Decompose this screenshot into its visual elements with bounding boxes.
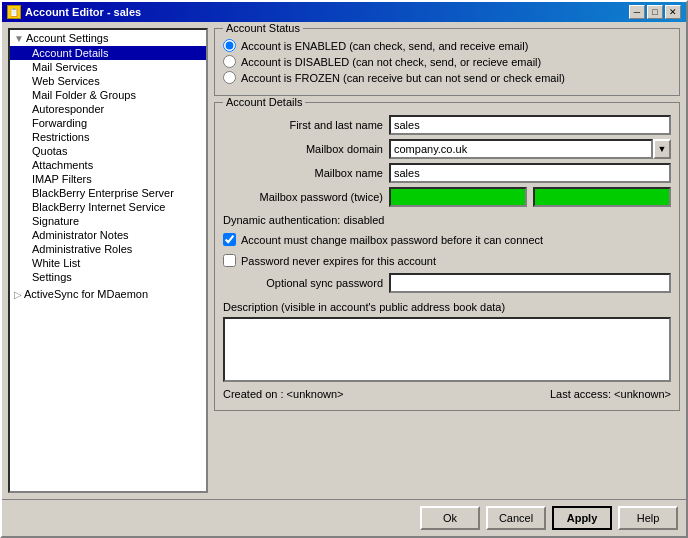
sidebar-item-forwarding[interactable]: Forwarding: [10, 116, 206, 130]
account-details-title: Account Details: [223, 96, 305, 108]
ok-button[interactable]: Ok: [420, 506, 480, 530]
sidebar-item-white-list[interactable]: White List: [10, 256, 206, 270]
mailbox-name-label: Mailbox name: [223, 167, 383, 179]
radio-frozen[interactable]: [223, 71, 236, 84]
checkbox-password-never-expires[interactable]: [223, 254, 236, 267]
sidebar-item-label: Autoresponder: [32, 103, 104, 115]
expand-icon: ▼: [14, 33, 24, 44]
radio-disabled[interactable]: [223, 55, 236, 68]
sidebar-item-label: IMAP Filters: [32, 173, 92, 185]
last-access-label: Last access:: [550, 388, 611, 400]
title-bar-left: 📋 Account Editor - sales: [7, 5, 141, 19]
main-content: ▼ Account Settings Account Details Mail …: [2, 22, 686, 499]
created-label: Created on :: [223, 388, 284, 400]
sidebar-item-label: Account Details: [32, 47, 108, 59]
sidebar-item-label: BlackBerry Internet Service: [32, 201, 165, 213]
sidebar-item-blackberry-enterprise[interactable]: BlackBerry Enterprise Server: [10, 186, 206, 200]
button-bar: Ok Cancel Apply Help: [2, 499, 686, 536]
checkbox-row-2: Password never expires for this account: [223, 254, 671, 267]
radio-row-frozen: Account is FROZEN (can receive but can n…: [223, 71, 671, 84]
mailbox-domain-input[interactable]: [389, 139, 653, 159]
sidebar-item-label: Settings: [32, 271, 72, 283]
radio-row-disabled: Account is DISABLED (can not check, send…: [223, 55, 671, 68]
sidebar-item-restrictions[interactable]: Restrictions: [10, 130, 206, 144]
sidebar-root2-label: ActiveSync for MDaemon: [24, 288, 148, 300]
mailbox-name-input[interactable]: [389, 163, 671, 183]
checkbox-row-1: Account must change mailbox password bef…: [223, 233, 671, 246]
radio-frozen-label: Account is FROZEN (can receive but can n…: [241, 72, 565, 84]
sidebar-item-web-services[interactable]: Web Services: [10, 74, 206, 88]
sidebar-item-signature[interactable]: Signature: [10, 214, 206, 228]
created-value: <unknown>: [287, 388, 344, 400]
sidebar-item-label: Attachments: [32, 159, 93, 171]
sidebar-item-mail-services[interactable]: Mail Services: [10, 60, 206, 74]
sidebar-item-label: Mail Folder & Groups: [32, 89, 136, 101]
expand-icon2: ▷: [14, 289, 22, 300]
mailbox-domain-wrapper: ▼: [389, 139, 671, 159]
sidebar[interactable]: ▼ Account Settings Account Details Mail …: [8, 28, 208, 493]
created-info: Created on : <unknown>: [223, 388, 344, 400]
description-area-wrapper: [223, 317, 671, 384]
sidebar-root-label: Account Settings: [26, 32, 109, 44]
description-textarea[interactable]: [223, 317, 671, 382]
sidebar-item-label: Administrative Roles: [32, 243, 132, 255]
sidebar-item-label: Mail Services: [32, 61, 97, 73]
first-last-name-input[interactable]: [389, 115, 671, 135]
sidebar-item-label: White List: [32, 257, 80, 269]
password-wrapper: [389, 187, 671, 207]
last-access-value: <unknown>: [614, 388, 671, 400]
sidebar-item-administrative-roles[interactable]: Administrative Roles: [10, 242, 206, 256]
checkbox-change-password-label: Account must change mailbox password bef…: [241, 234, 543, 246]
maximize-button[interactable]: □: [647, 5, 663, 19]
radio-disabled-label: Account is DISABLED (can not check, send…: [241, 56, 541, 68]
radio-row-enabled: Account is ENABLED (can check, send, and…: [223, 39, 671, 52]
close-button[interactable]: ✕: [665, 5, 681, 19]
main-window: 📋 Account Editor - sales ─ □ ✕ ▼ Account…: [0, 0, 688, 538]
sidebar-item-label: Restrictions: [32, 131, 89, 143]
mailbox-password-label: Mailbox password (twice): [223, 191, 383, 203]
radio-enabled-label: Account is ENABLED (can check, send, and…: [241, 40, 528, 52]
mailbox-domain-dropdown-btn[interactable]: ▼: [653, 139, 671, 159]
account-details-group: Account Details First and last name Mail…: [214, 102, 680, 411]
radio-enabled[interactable]: [223, 39, 236, 52]
first-last-name-label: First and last name: [223, 119, 383, 131]
sidebar-item-label: Web Services: [32, 75, 100, 87]
minimize-button[interactable]: ─: [629, 5, 645, 19]
optional-sync-input[interactable]: [389, 273, 671, 293]
checkbox-password-never-expires-label: Password never expires for this account: [241, 255, 436, 267]
sidebar-item-imap-filters[interactable]: IMAP Filters: [10, 172, 206, 186]
sidebar-item-label: Signature: [32, 215, 79, 227]
window-icon: 📋: [7, 5, 21, 19]
sidebar-item-quotas[interactable]: Quotas: [10, 144, 206, 158]
sidebar-item-administrator-notes[interactable]: Administrator Notes: [10, 228, 206, 242]
mailbox-domain-label: Mailbox domain: [223, 143, 383, 155]
sidebar-item-settings[interactable]: Settings: [10, 270, 206, 284]
window-title: Account Editor - sales: [25, 6, 141, 18]
sidebar-root2[interactable]: ▷ ActiveSync for MDaemon: [10, 286, 206, 302]
cancel-button[interactable]: Cancel: [486, 506, 546, 530]
sidebar-item-label: BlackBerry Enterprise Server: [32, 187, 174, 199]
sidebar-item-blackberry-internet[interactable]: BlackBerry Internet Service: [10, 200, 206, 214]
sidebar-item-label: Forwarding: [32, 117, 87, 129]
sidebar-item-label: Quotas: [32, 145, 67, 157]
sidebar-item-account-details[interactable]: Account Details: [10, 46, 206, 60]
checkbox-change-password[interactable]: [223, 233, 236, 246]
right-panel: Account Status Account is ENABLED (can c…: [214, 28, 680, 493]
sidebar-item-attachments[interactable]: Attachments: [10, 158, 206, 172]
last-access-info: Last access: <unknown>: [550, 388, 671, 400]
footer-info: Created on : <unknown> Last access: <unk…: [223, 386, 671, 402]
dynamic-auth-label: Dynamic authentication: disabled: [223, 214, 671, 226]
title-buttons: ─ □ ✕: [629, 5, 681, 19]
account-status-group: Account Status Account is ENABLED (can c…: [214, 28, 680, 96]
sidebar-root[interactable]: ▼ Account Settings: [10, 30, 206, 46]
account-status-title: Account Status: [223, 22, 303, 34]
description-label: Description (visible in account's public…: [223, 301, 671, 313]
sidebar-item-mail-folder-groups[interactable]: Mail Folder & Groups: [10, 88, 206, 102]
password-field-1[interactable]: [389, 187, 527, 207]
sidebar-item-label: Administrator Notes: [32, 229, 129, 241]
sidebar-item-autoresponder[interactable]: Autoresponder: [10, 102, 206, 116]
apply-button[interactable]: Apply: [552, 506, 612, 530]
password-field-2[interactable]: [533, 187, 671, 207]
title-bar: 📋 Account Editor - sales ─ □ ✕: [2, 2, 686, 22]
help-button[interactable]: Help: [618, 506, 678, 530]
